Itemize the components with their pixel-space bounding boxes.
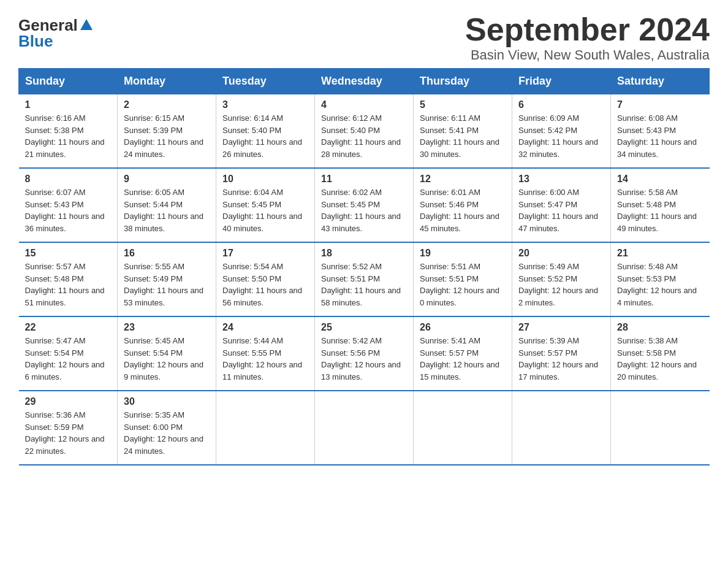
day-number: 15 xyxy=(25,248,112,259)
day-info: Sunrise: 5:48 AMSunset: 5:53 PMDaylight:… xyxy=(617,262,697,307)
calendar-table: Sunday Monday Tuesday Wednesday Thursday… xyxy=(18,68,710,465)
table-row xyxy=(216,391,315,465)
table-row: 13 Sunrise: 6:00 AMSunset: 5:47 PMDaylig… xyxy=(512,168,611,242)
table-row: 15 Sunrise: 5:57 AMSunset: 5:48 PMDaylig… xyxy=(19,242,118,316)
logo-blue-text: Blue xyxy=(18,33,93,49)
day-number: 7 xyxy=(617,99,703,110)
table-row: 14 Sunrise: 5:58 AMSunset: 5:48 PMDaylig… xyxy=(611,168,710,242)
day-info: Sunrise: 5:38 AMSunset: 5:58 PMDaylight:… xyxy=(617,336,697,381)
day-number: 26 xyxy=(420,322,506,333)
table-row: 30 Sunrise: 5:35 AMSunset: 6:00 PMDaylig… xyxy=(118,391,216,465)
day-info: Sunrise: 6:07 AMSunset: 5:43 PMDaylight:… xyxy=(25,188,105,233)
day-number: 13 xyxy=(518,174,604,185)
day-number: 6 xyxy=(518,99,604,110)
table-row: 3 Sunrise: 6:14 AMSunset: 5:40 PMDayligh… xyxy=(216,94,315,169)
table-row: 6 Sunrise: 6:09 AMSunset: 5:42 PMDayligh… xyxy=(512,94,611,169)
day-info: Sunrise: 6:00 AMSunset: 5:47 PMDaylight:… xyxy=(518,188,598,233)
logo: General Blue xyxy=(18,12,93,49)
table-row: 25 Sunrise: 5:42 AMSunset: 5:56 PMDaylig… xyxy=(315,316,414,391)
col-monday: Monday xyxy=(118,69,216,94)
day-info: Sunrise: 6:11 AMSunset: 5:41 PMDaylight:… xyxy=(420,113,499,159)
table-row: 20 Sunrise: 5:49 AMSunset: 5:52 PMDaylig… xyxy=(512,242,611,316)
day-number: 22 xyxy=(25,322,112,333)
day-number: 8 xyxy=(25,174,112,185)
table-row: 21 Sunrise: 5:48 AMSunset: 5:53 PMDaylig… xyxy=(611,242,710,316)
day-info: Sunrise: 6:02 AMSunset: 5:45 PMDaylight:… xyxy=(321,188,401,233)
table-row: 9 Sunrise: 6:05 AMSunset: 5:44 PMDayligh… xyxy=(118,168,216,242)
calendar-week-row: 29 Sunrise: 5:36 AMSunset: 5:59 PMDaylig… xyxy=(19,391,710,465)
table-row xyxy=(315,391,414,465)
col-saturday: Saturday xyxy=(611,69,710,94)
day-number: 24 xyxy=(222,322,308,333)
day-number: 9 xyxy=(124,174,210,185)
day-number: 1 xyxy=(25,99,112,110)
day-number: 25 xyxy=(321,322,407,333)
day-info: Sunrise: 6:14 AMSunset: 5:40 PMDaylight:… xyxy=(222,113,302,159)
col-sunday: Sunday xyxy=(19,69,118,94)
table-row: 19 Sunrise: 5:51 AMSunset: 5:51 PMDaylig… xyxy=(414,242,512,316)
table-row: 11 Sunrise: 6:02 AMSunset: 5:45 PMDaylig… xyxy=(315,168,414,242)
col-friday: Friday xyxy=(512,69,611,94)
day-info: Sunrise: 6:04 AMSunset: 5:45 PMDaylight:… xyxy=(222,188,302,233)
table-row xyxy=(414,391,512,465)
day-number: 28 xyxy=(617,322,703,333)
day-number: 12 xyxy=(420,174,506,185)
day-info: Sunrise: 5:54 AMSunset: 5:50 PMDaylight:… xyxy=(222,262,302,307)
day-info: Sunrise: 5:36 AMSunset: 5:59 PMDaylight:… xyxy=(25,410,105,456)
day-number: 19 xyxy=(420,248,506,259)
day-info: Sunrise: 6:16 AMSunset: 5:38 PMDaylight:… xyxy=(25,113,105,159)
day-number: 21 xyxy=(617,248,703,259)
day-number: 5 xyxy=(420,99,506,110)
day-info: Sunrise: 5:42 AMSunset: 5:56 PMDaylight:… xyxy=(321,336,401,381)
table-row: 12 Sunrise: 6:01 AMSunset: 5:46 PMDaylig… xyxy=(414,168,512,242)
table-row: 29 Sunrise: 5:36 AMSunset: 5:59 PMDaylig… xyxy=(19,391,118,465)
logo-triangle-icon xyxy=(80,18,93,31)
table-row: 16 Sunrise: 5:55 AMSunset: 5:49 PMDaylig… xyxy=(118,242,216,316)
day-info: Sunrise: 6:12 AMSunset: 5:40 PMDaylight:… xyxy=(321,113,401,159)
calendar-week-row: 8 Sunrise: 6:07 AMSunset: 5:43 PMDayligh… xyxy=(19,168,710,242)
day-number: 27 xyxy=(518,322,604,333)
page-header: General Blue September 2024 Basin View, … xyxy=(18,12,710,63)
col-wednesday: Wednesday xyxy=(315,69,414,94)
table-row: 8 Sunrise: 6:07 AMSunset: 5:43 PMDayligh… xyxy=(19,168,118,242)
logo-general-text: General xyxy=(18,17,78,33)
table-row: 10 Sunrise: 6:04 AMSunset: 5:45 PMDaylig… xyxy=(216,168,315,242)
table-row: 18 Sunrise: 5:52 AMSunset: 5:51 PMDaylig… xyxy=(315,242,414,316)
day-info: Sunrise: 6:01 AMSunset: 5:46 PMDaylight:… xyxy=(420,188,499,233)
day-info: Sunrise: 6:05 AMSunset: 5:44 PMDaylight:… xyxy=(124,188,203,233)
col-thursday: Thursday xyxy=(414,69,512,94)
table-row: 27 Sunrise: 5:39 AMSunset: 5:57 PMDaylig… xyxy=(512,316,611,391)
day-number: 16 xyxy=(124,248,210,259)
day-info: Sunrise: 5:49 AMSunset: 5:52 PMDaylight:… xyxy=(518,262,598,307)
calendar-week-row: 15 Sunrise: 5:57 AMSunset: 5:48 PMDaylig… xyxy=(19,242,710,316)
day-info: Sunrise: 6:08 AMSunset: 5:43 PMDaylight:… xyxy=(617,113,697,159)
table-row: 5 Sunrise: 6:11 AMSunset: 5:41 PMDayligh… xyxy=(414,94,512,169)
day-number: 14 xyxy=(617,174,703,185)
table-row xyxy=(512,391,611,465)
page-subtitle: Basin View, New South Wales, Australia xyxy=(465,47,710,63)
day-info: Sunrise: 5:58 AMSunset: 5:48 PMDaylight:… xyxy=(617,188,697,233)
day-info: Sunrise: 5:57 AMSunset: 5:48 PMDaylight:… xyxy=(25,262,105,307)
table-row: 2 Sunrise: 6:15 AMSunset: 5:39 PMDayligh… xyxy=(118,94,216,169)
table-row: 28 Sunrise: 5:38 AMSunset: 5:58 PMDaylig… xyxy=(611,316,710,391)
svg-marker-0 xyxy=(80,19,93,30)
day-info: Sunrise: 5:51 AMSunset: 5:51 PMDaylight:… xyxy=(420,262,499,307)
day-number: 2 xyxy=(124,99,210,110)
day-info: Sunrise: 6:09 AMSunset: 5:42 PMDaylight:… xyxy=(518,113,598,159)
day-number: 30 xyxy=(124,396,210,407)
day-number: 11 xyxy=(321,174,407,185)
day-number: 4 xyxy=(321,99,407,110)
day-info: Sunrise: 5:47 AMSunset: 5:54 PMDaylight:… xyxy=(25,336,105,381)
day-number: 29 xyxy=(25,396,112,407)
table-row: 7 Sunrise: 6:08 AMSunset: 5:43 PMDayligh… xyxy=(611,94,710,169)
day-info: Sunrise: 5:35 AMSunset: 6:00 PMDaylight:… xyxy=(124,410,203,456)
calendar-header-row: Sunday Monday Tuesday Wednesday Thursday… xyxy=(19,69,710,94)
calendar-week-row: 22 Sunrise: 5:47 AMSunset: 5:54 PMDaylig… xyxy=(19,316,710,391)
day-info: Sunrise: 5:44 AMSunset: 5:55 PMDaylight:… xyxy=(222,336,302,381)
table-row: 23 Sunrise: 5:45 AMSunset: 5:54 PMDaylig… xyxy=(118,316,216,391)
table-row: 17 Sunrise: 5:54 AMSunset: 5:50 PMDaylig… xyxy=(216,242,315,316)
calendar-week-row: 1 Sunrise: 6:16 AMSunset: 5:38 PMDayligh… xyxy=(19,94,710,169)
table-row: 22 Sunrise: 5:47 AMSunset: 5:54 PMDaylig… xyxy=(19,316,118,391)
table-row: 1 Sunrise: 6:16 AMSunset: 5:38 PMDayligh… xyxy=(19,94,118,169)
day-info: Sunrise: 5:55 AMSunset: 5:49 PMDaylight:… xyxy=(124,262,203,307)
